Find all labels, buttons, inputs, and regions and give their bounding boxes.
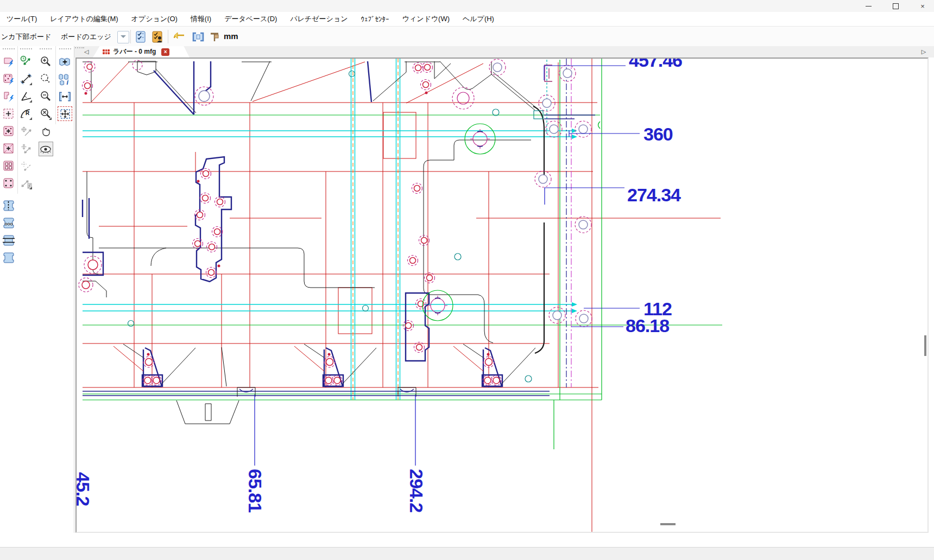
dimension-86: 86.18 (626, 315, 669, 336)
move-dash-icon[interactable] (20, 159, 33, 173)
panel-dots-flash-icon[interactable] (2, 72, 16, 86)
panel-flash-icon[interactable] (2, 55, 16, 68)
cyan-guides (83, 129, 577, 313)
measure-angle-icon[interactable] (20, 90, 33, 103)
menu-item-database[interactable]: データベース(D) (218, 12, 283, 26)
dimension-457: 457.46 (629, 59, 682, 71)
menu-item-webcenter[interactable]: ｳｪﾌﾞｾﾝﾀｰ (355, 12, 396, 26)
board-gap-icon[interactable] (58, 90, 72, 103)
zoom-in-icon[interactable] (39, 55, 53, 68)
measure-tools-column: R (17, 46, 34, 194)
clamp-icon[interactable] (191, 30, 205, 44)
panel-rails (83, 61, 595, 397)
red-guides (83, 59, 721, 532)
zoom-fit-icon[interactable] (39, 107, 53, 120)
move-flash-icon[interactable] (20, 176, 33, 190)
chevron-down-icon (121, 35, 126, 38)
measure-clock-icon[interactable] (20, 55, 33, 68)
panel-corner-flash-icon[interactable] (2, 90, 16, 103)
maximize-icon (893, 3, 899, 9)
zoom-window-icon[interactable] (39, 72, 53, 86)
toolbar-separator (130, 30, 131, 43)
panel-corner-dots-icon[interactable] (2, 176, 16, 190)
tab-scroll-left-icon[interactable]: ◁ (82, 47, 91, 56)
toolbar-grip[interactable] (3, 48, 15, 52)
board-plain-icon[interactable] (2, 251, 16, 264)
menu-item-window[interactable]: ウィンドウ(W) (396, 12, 456, 26)
left-tool-panel: R i (0, 46, 74, 533)
drill-holes (79, 59, 592, 382)
move-xy-icon[interactable] (20, 124, 33, 138)
menu-item-tools[interactable]: ツール(T) (0, 12, 43, 26)
svg-text:i: i (66, 78, 68, 85)
undo-arrow-icon[interactable] (172, 30, 186, 44)
horizontal-scrollbar-thumb[interactable] (660, 523, 676, 525)
menu-item-edit-layout[interactable]: レイアウトの編集(M) (43, 12, 124, 26)
tab-bar: ◁ ラバー - 0 mfg × ▷ (74, 46, 934, 58)
board-strike-icon[interactable] (2, 233, 16, 247)
dimension-360: 360 (643, 124, 673, 144)
cad-canvas[interactable]: 457.46 360 274.34 112 86.18 65.81 294.2 … (75, 58, 929, 533)
edge-selector-label: ボードのエッジ (61, 32, 111, 42)
checklist-user-icon[interactable] (150, 30, 165, 44)
minimize-button[interactable] (858, 0, 879, 12)
close-button[interactable]: × (912, 0, 933, 12)
toolbar-grip[interactable] (20, 48, 32, 52)
centerlines (547, 59, 571, 387)
cad-drawing[interactable]: 457.46 360 274.34 112 86.18 65.81 294.2 … (77, 59, 927, 532)
pin-icon[interactable] (208, 30, 222, 44)
menu-bar: ツール(T) レイアウトの編集(M) オプション(O) 情報(I) データベース… (0, 12, 934, 27)
board-holes-icon[interactable] (2, 216, 16, 230)
panel-dots-add-icon[interactable] (2, 124, 16, 138)
selection-move-icon[interactable] (58, 107, 72, 120)
panel-grid-icon[interactable] (2, 159, 16, 173)
menu-item-help[interactable]: ヘルプ(H) (456, 12, 501, 26)
dimension-65: 65.81 (245, 469, 266, 512)
dimension-274: 274.34 (627, 184, 681, 205)
board-add-icon[interactable] (58, 55, 72, 68)
unit-label: mm (224, 31, 238, 41)
menu-item-options[interactable]: オプション(O) (125, 12, 184, 26)
tab-close-icon[interactable]: × (161, 48, 169, 56)
visibility-eye-icon[interactable] (39, 142, 53, 156)
panel-x-add-icon[interactable] (2, 142, 16, 155)
boards-info-icon[interactable]: i (58, 72, 72, 86)
main-toolbar: ンカ下部ボード ボードのエッジ mm (0, 27, 934, 47)
layer-combobox[interactable] (117, 31, 129, 43)
measure-distance-icon[interactable] (20, 72, 33, 86)
status-bar (0, 547, 934, 560)
vertical-scrollbar-thumb[interactable] (924, 335, 926, 356)
tab-scroll-right-icon[interactable]: ▷ (919, 47, 928, 56)
toolbar-grip[interactable] (59, 48, 71, 52)
move-diag-icon[interactable] (20, 142, 33, 155)
menu-item-palletization[interactable]: パレチゼーション (283, 12, 354, 26)
checklist-blue-icon[interactable] (134, 30, 148, 44)
toolbar-grip[interactable] (40, 48, 52, 52)
zoom-tools-column (37, 46, 54, 160)
menu-item-info[interactable]: 情報(I) (184, 12, 218, 26)
dimension-294: 294.2 (406, 469, 427, 512)
panel-divider (74, 46, 74, 533)
board-selector-label: ンカ下部ボード (1, 32, 51, 42)
pan-hand-icon[interactable] (39, 124, 53, 138)
svg-text:R: R (26, 110, 30, 116)
tab-rubber-0mfg[interactable]: ラバー - 0 mfg × (93, 46, 190, 58)
panel-dots-icon (103, 49, 110, 54)
panel-tools-column (1, 46, 16, 268)
zoom-out-icon[interactable] (39, 90, 53, 103)
tab-label: ラバー - 0 mfg (113, 47, 156, 56)
measure-radius-icon[interactable]: R (20, 107, 33, 120)
title-bar: × (0, 0, 934, 12)
dimension-left-partial: 45.2 (77, 472, 93, 506)
close-icon: × (920, 2, 925, 10)
dimension-annotations: 457.46 360 274.34 112 86.18 65.81 294.2 … (77, 59, 682, 512)
board-vcut-icon[interactable] (2, 199, 16, 212)
board-tools-column: i (55, 46, 74, 124)
toolbar-separator (168, 30, 168, 43)
maximize-button[interactable] (885, 0, 906, 12)
dashed-panel-add-icon[interactable] (2, 107, 16, 120)
minimize-icon (866, 6, 872, 7)
